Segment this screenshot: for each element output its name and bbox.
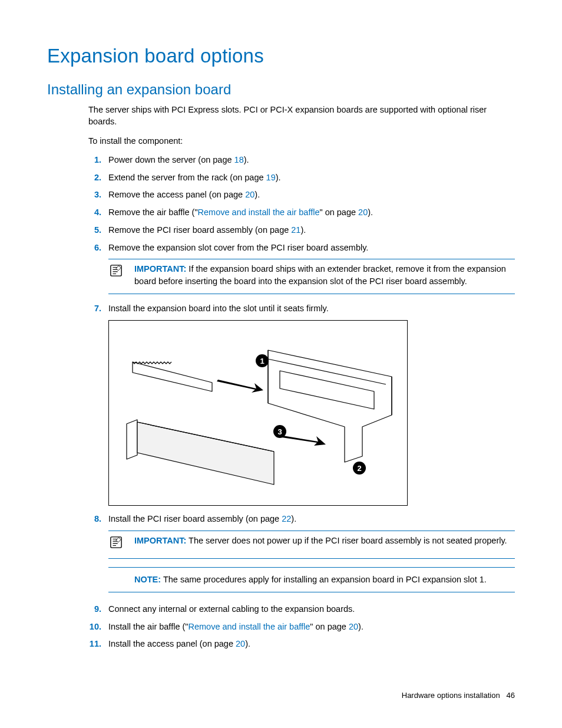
heading-level-2: Installing an expansion board [47, 81, 515, 98]
list-item: 10. Install the air baffle ("Remove and … [88, 621, 515, 634]
list-item: 9. Connect any internal or external cabl… [88, 603, 515, 616]
figure-callout-2: 2 [357, 464, 361, 473]
list-item: 3. Remove the access panel (on page 20). [88, 189, 515, 202]
step-number: 8. [88, 513, 108, 526]
list-item: 7. Install the expansion board into the … [88, 302, 515, 315]
heading-level-1: Expansion board options [47, 45, 515, 67]
cross-reference-link[interactable]: 18 [234, 155, 244, 164]
step-text: Remove the air baffle ("Remove and insta… [108, 206, 515, 219]
step-text: Remove the PCI riser board assembly (on … [108, 224, 515, 237]
callout-text: If the expansion board ships with an ext… [134, 264, 506, 286]
list-item: 2. Extend the server from the rack (on p… [88, 172, 515, 185]
step-number: 10. [88, 621, 108, 634]
callout-text: The same procedures apply for installing… [161, 575, 487, 584]
note-icon [108, 535, 134, 552]
list-item: 4. Remove the air baffle ("Remove and in… [88, 206, 515, 219]
cross-reference-link[interactable]: Remove and install the air baffle [198, 207, 320, 217]
list-item: 8. Install the PCI riser board assembly … [88, 513, 515, 526]
step-text: Remove the expansion slot cover from the… [108, 242, 515, 255]
step-number: 9. [88, 603, 108, 616]
step-text: Install the access panel (on page 20). [108, 638, 515, 651]
step-text: Extend the server from the rack (on page… [108, 172, 515, 185]
callout-text: The server does not power up if the PCI … [186, 536, 507, 545]
step-text: Install the expansion board into the slo… [108, 302, 515, 315]
step-text: Remove the access panel (on page 20). [108, 189, 515, 202]
note-callout: NOTE: The same procedures apply for inst… [108, 567, 515, 592]
note-icon [108, 263, 134, 288]
step-number: 1. [88, 154, 108, 167]
footer-section: Hardware options installation [402, 691, 500, 700]
cross-reference-link[interactable]: 19 [266, 173, 276, 182]
step-text: Power down the server (on page 18). [108, 154, 515, 167]
list-item: 6. Remove the expansion slot cover from … [88, 242, 515, 255]
list-item: 11. Install the access panel (on page 20… [88, 638, 515, 651]
step-number: 4. [88, 206, 108, 219]
paragraph-intro: The server ships with PCI Express slots.… [88, 104, 515, 128]
step-number: 5. [88, 224, 108, 237]
list-item: 1. Power down the server (on page 18). [88, 154, 515, 167]
figure-callout-1: 1 [260, 357, 264, 365]
step-text: Install the air baffle ("Remove and inst… [108, 621, 515, 634]
important-callout: IMPORTANT: If the expansion board ships … [108, 259, 515, 294]
callout-label: IMPORTANT: [134, 536, 186, 545]
step-text: Install the PCI riser board assembly (on… [108, 513, 515, 526]
cross-reference-link[interactable]: 20 [349, 622, 358, 631]
cross-reference-link[interactable]: Remove and install the air baffle [188, 622, 310, 631]
step-number: 6. [88, 242, 108, 255]
page-footer: Hardware options installation 46 [402, 691, 515, 700]
important-callout: IMPORTANT: The server does not power up … [108, 531, 515, 559]
cross-reference-link[interactable]: 20 [245, 190, 254, 199]
list-item: 5. Remove the PCI riser board assembly (… [88, 224, 515, 237]
callout-label: NOTE: [134, 575, 161, 584]
step-text: Connect any internal or external cabling… [108, 603, 515, 616]
paragraph-lead-in: To install the component: [88, 135, 515, 147]
cross-reference-link[interactable]: 21 [291, 225, 300, 235]
step-number: 11. [88, 638, 108, 651]
callout-label: IMPORTANT: [134, 264, 186, 274]
procedure-list: 1. Power down the server (on page 18). 2… [88, 154, 515, 651]
figure-callout-3: 3 [277, 427, 282, 436]
step-number: 2. [88, 172, 108, 185]
footer-page-number: 46 [507, 691, 515, 700]
step-number: 3. [88, 189, 108, 202]
cross-reference-link[interactable]: 20 [358, 207, 368, 217]
cross-reference-link[interactable]: 22 [282, 514, 291, 523]
cross-reference-link[interactable]: 20 [236, 639, 245, 648]
illustration: 1 2 3 [108, 320, 408, 506]
step-number: 7. [88, 302, 108, 315]
